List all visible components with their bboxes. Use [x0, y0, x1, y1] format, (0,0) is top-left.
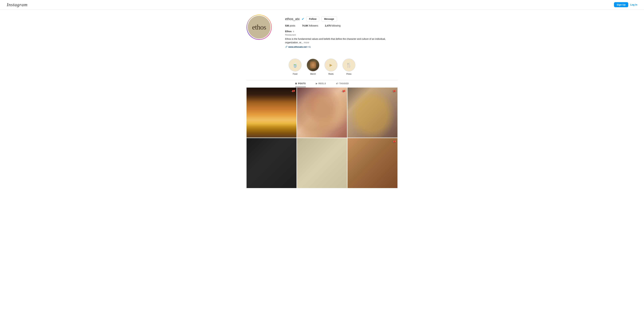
- highlight-merch-circle: [306, 59, 320, 72]
- login-button[interactable]: Log In: [630, 3, 637, 6]
- highlight-merch-label: Merch: [310, 73, 316, 75]
- play-icon: ▶: [330, 63, 332, 67]
- highlight-press-label: Press: [346, 73, 352, 75]
- grid-cell-5[interactable]: [297, 138, 347, 188]
- grid-cell-1[interactable]: 📌: [246, 88, 296, 138]
- reel-icon: ▶: [316, 82, 318, 85]
- highlights-row: 🍵 Food Merch ▶ Reels 🍴 Press: [246, 55, 398, 80]
- tab-posts[interactable]: ⊞ POSTS: [295, 80, 306, 87]
- merch-thumbnail: [307, 59, 319, 71]
- signup-button[interactable]: Sign Up: [614, 2, 628, 7]
- profile-bio: Ethos it Restaurant Ethos is the fundame…: [285, 30, 398, 49]
- bio-name-suffix: it: [293, 30, 294, 33]
- profile-info: ethos_atx ✔ Follow Message 536 posts 74.…: [285, 15, 398, 49]
- avatar: ethos: [247, 15, 271, 39]
- verified-badge: ✔: [302, 17, 304, 21]
- highlight-press[interactable]: 🍴 Press: [342, 59, 355, 75]
- highlight-press-circle: 🍴: [342, 59, 355, 72]
- profile-container: ethos ethos_atx ✔ Follow Message 536 pos…: [243, 10, 401, 191]
- grid-cell-3[interactable]: 📌: [348, 88, 398, 138]
- grid-cell-2[interactable]: 📌: [297, 88, 347, 138]
- bio-text: Ethos is the fundamental values and beli…: [285, 37, 398, 44]
- bio-name: Ethos: [285, 30, 292, 33]
- grid-icon: ⊞: [295, 82, 297, 85]
- highlight-reels-circle: ▶: [324, 59, 338, 72]
- tab-reels[interactable]: ▶ REELS: [316, 80, 326, 87]
- tag-icon: 🏷: [336, 82, 338, 85]
- message-button[interactable]: Message: [321, 16, 337, 22]
- tab-tagged[interactable]: 🏷 TAGGED: [336, 80, 349, 87]
- bio-category: Restaurant: [285, 33, 398, 37]
- profile-stats: 536 posts 74.8K followers 2,475 followin…: [285, 24, 398, 27]
- followers-stat: 74.8K followers: [302, 24, 318, 27]
- highlight-food-label: Food: [293, 73, 297, 75]
- header-actions: Sign Up Log In: [614, 2, 637, 7]
- highlight-reels[interactable]: ▶ Reels: [324, 59, 338, 75]
- posts-grid: 📌 📌 📌: [246, 88, 398, 188]
- bio-more[interactable]: more: [304, 41, 309, 44]
- profile-header: ethos ethos_atx ✔ Follow Message 536 pos…: [246, 15, 398, 49]
- post-6-image: 📌: [348, 138, 398, 188]
- highlight-reels-label: Reels: [328, 73, 334, 75]
- posts-stat: 536 posts: [285, 24, 295, 27]
- post-1-image: 📌: [246, 88, 296, 138]
- profile-username: ethos_atx: [285, 17, 300, 21]
- avatar-wrapper[interactable]: ethos: [246, 15, 272, 40]
- highlight-food[interactable]: 🍵 Food: [289, 59, 302, 75]
- highlight-merch[interactable]: Merch: [306, 59, 320, 75]
- avatar-text: ethos: [252, 23, 266, 31]
- header: Instagram Sign Up Log In: [0, 0, 644, 10]
- post-3-image: 📌: [348, 88, 398, 138]
- tabs-row: ⊞ POSTS ▶ REELS 🏷 TAGGED: [246, 80, 398, 87]
- instagram-logo: Instagram: [7, 2, 28, 8]
- highlight-food-circle: 🍵: [289, 59, 302, 72]
- profile-name-row: ethos_atx ✔ Follow Message: [285, 16, 398, 22]
- follow-button[interactable]: Follow: [306, 16, 319, 22]
- post-2-image: 📌: [297, 88, 347, 138]
- post-5-image: [297, 138, 347, 188]
- bowl-icon: 🍵: [292, 62, 298, 68]
- grid-cell-6[interactable]: 📌: [348, 138, 398, 188]
- grid-cell-4[interactable]: [246, 138, 296, 188]
- following-stat: 2,475 following: [325, 24, 340, 27]
- bio-link[interactable]: 🔗 www.ethosatx.net + 1: [285, 45, 398, 49]
- link-icon: 🔗: [285, 45, 288, 48]
- post-4-image: [246, 138, 296, 188]
- fork-icon: 🍴: [346, 62, 352, 68]
